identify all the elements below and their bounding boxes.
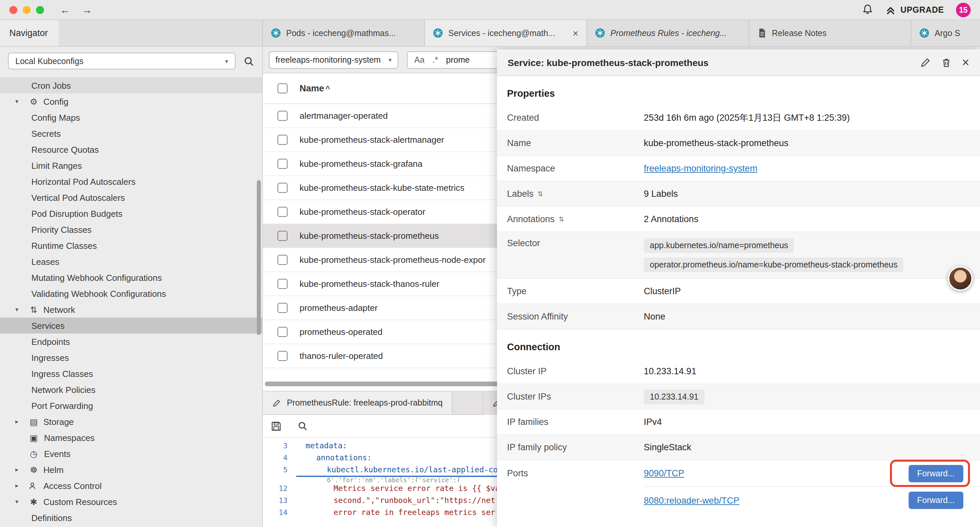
upgrade-button[interactable]: UPGRADE bbox=[885, 4, 944, 15]
sidebar-item-storage[interactable]: ▸▤Storage bbox=[0, 414, 262, 430]
row-checkbox[interactable] bbox=[277, 279, 288, 289]
tab-argo[interactable]: Argo S bbox=[911, 20, 980, 46]
save-button[interactable] bbox=[271, 420, 282, 431]
chevron-right-icon[interactable]: ▸ bbox=[15, 466, 24, 473]
column-header-name[interactable]: Name^ bbox=[299, 83, 330, 93]
regex-toggle[interactable]: .* bbox=[433, 56, 438, 65]
service-name: kube-prometheus-stack-kube-state-metrics bbox=[299, 183, 464, 193]
sidebar-item-network-policies[interactable]: Network Policies bbox=[0, 382, 262, 398]
item-label: Custom Resources bbox=[43, 497, 117, 507]
tab-release-notes[interactable]: Release Notes bbox=[749, 20, 911, 46]
row-checkbox[interactable] bbox=[277, 183, 288, 193]
row-checkbox[interactable] bbox=[277, 255, 288, 265]
tab-pods[interactable]: Pods - icecheng@mathmas... bbox=[263, 20, 425, 46]
namespace-select[interactable]: freeleaps-monitoring-system ▾ bbox=[269, 51, 398, 68]
chevron-down-icon[interactable]: ▾ bbox=[15, 98, 24, 105]
sidebar-item-cron-jobs[interactable]: Cron Jobs bbox=[0, 77, 262, 93]
sidebar-item-mutating-webhook-configurations[interactable]: Mutating Webhook Configurations bbox=[0, 269, 262, 285]
item-label: Priority Classes bbox=[31, 224, 92, 234]
match-case-toggle[interactable]: Aa bbox=[414, 56, 425, 65]
detail-row-ip-families: IP families IPv4 bbox=[497, 409, 980, 435]
chevron-right-icon[interactable]: ▸ bbox=[15, 482, 24, 489]
sidebar-item-events[interactable]: ◷Events bbox=[0, 446, 262, 462]
sidebar-item-priority-classes[interactable]: Priority Classes bbox=[0, 221, 262, 237]
sidebar-item-horizontal-pod-autoscalers[interactable]: Horizontal Pod Autoscalers bbox=[0, 174, 262, 189]
chevron-down-icon[interactable]: ▾ bbox=[15, 306, 24, 313]
select-all-checkbox[interactable] bbox=[277, 83, 288, 93]
forward-button-8080[interactable]: Forward... bbox=[908, 492, 963, 509]
port-link-9090[interactable]: 9090/TCP bbox=[644, 468, 684, 478]
chevron-right-icon[interactable]: ▸ bbox=[15, 418, 24, 425]
notifications-badge[interactable]: 15 bbox=[956, 2, 970, 17]
sidebar-item-validating-webhook-configurations[interactable]: Validating Webhook Configurations bbox=[0, 285, 262, 301]
close-tab-icon[interactable]: × bbox=[573, 28, 578, 38]
sidebar-item-port-forwarding[interactable]: Port Forwarding bbox=[0, 398, 262, 414]
row-checkbox[interactable] bbox=[277, 159, 288, 169]
forward-button[interactable]: → bbox=[82, 4, 92, 15]
notification-bell-icon[interactable] bbox=[862, 4, 873, 15]
sidebar-scrollbar-thumb[interactable] bbox=[257, 180, 261, 335]
line-number: 12 bbox=[263, 484, 296, 493]
row-label: Cluster IPs bbox=[507, 392, 644, 401]
sidebar-item-config[interactable]: ▾⚙Config bbox=[0, 93, 262, 110]
kubeconfig-select[interactable]: Local Kubeconfigs ▾ bbox=[8, 53, 235, 69]
sidebar-item-definitions[interactable]: Definitions bbox=[0, 509, 262, 525]
sidebar-item-resource-quotas[interactable]: Resource Quotas bbox=[0, 142, 262, 158]
namespace-link[interactable]: freeleaps-monitoring-system bbox=[644, 164, 757, 174]
sidebar-item-leases[interactable]: Leases bbox=[0, 253, 262, 269]
row-checkbox[interactable] bbox=[277, 327, 288, 337]
detail-row-ip-family-policy: IP family policy SingleStack bbox=[497, 435, 980, 460]
sidebar-item-network[interactable]: ▾⇅Network bbox=[0, 301, 262, 318]
item-label: Services bbox=[31, 320, 65, 331]
tab-services[interactable]: Services - icecheng@math... × bbox=[425, 20, 587, 46]
port-link-8080[interactable]: 8080:reloader-web/TCP bbox=[644, 495, 740, 505]
annotations-expand-toggle[interactable]: ⇅ bbox=[559, 215, 565, 223]
row-checkbox[interactable] bbox=[277, 111, 288, 121]
sidebar-item-access-control[interactable]: ▸Access Control bbox=[0, 478, 262, 494]
minimize-window-button[interactable] bbox=[23, 6, 31, 14]
item-label: Events bbox=[44, 449, 71, 459]
sidebar-item-pod-disruption-budgets[interactable]: Pod Disruption Budgets bbox=[0, 205, 262, 221]
sidebar-item-services[interactable]: Services bbox=[0, 318, 262, 334]
kubeconfig-select-value: Local Kubeconfigs bbox=[15, 56, 83, 66]
sidebar-item-helm[interactable]: ▸☸Helm bbox=[0, 462, 262, 478]
close-drawer-button[interactable]: × bbox=[962, 56, 969, 69]
tab-prometheus-rules[interactable]: Prometheus Rules - icecheng... bbox=[587, 20, 749, 46]
row-checkbox[interactable] bbox=[277, 135, 288, 145]
chevron-down-icon[interactable]: ▾ bbox=[15, 498, 24, 505]
editor-search-button[interactable] bbox=[298, 421, 307, 431]
kubernetes-icon bbox=[919, 28, 929, 38]
row-checkbox[interactable] bbox=[277, 351, 288, 361]
sidebar-item-namespaces[interactable]: ▣Namespaces bbox=[0, 430, 262, 446]
zoom-window-button[interactable] bbox=[36, 6, 44, 14]
edit-icon bbox=[272, 399, 281, 407]
sidebar-item-vertical-pod-autoscalers[interactable]: Vertical Pod Autoscalers bbox=[0, 189, 262, 205]
upgrade-label: UPGRADE bbox=[900, 5, 944, 14]
item-label: Leases bbox=[31, 256, 59, 266]
sidebar-item-config-maps[interactable]: Config Maps bbox=[0, 110, 262, 126]
row-checkbox[interactable] bbox=[277, 207, 288, 217]
navigator-header: Navigator bbox=[0, 20, 263, 46]
sidebar-item-secrets[interactable]: Secrets bbox=[0, 126, 262, 142]
avatar[interactable] bbox=[948, 266, 973, 291]
forward-button-9090[interactable]: Forward... bbox=[908, 465, 963, 482]
sidebar-item-runtime-classes[interactable]: Runtime Classes bbox=[0, 237, 262, 253]
navigator-tab[interactable]: Navigator bbox=[0, 20, 59, 46]
sidebar-item-endpoints[interactable]: Endpoints bbox=[0, 334, 262, 350]
edit-button[interactable] bbox=[920, 57, 931, 68]
row-checkbox[interactable] bbox=[277, 303, 288, 313]
horizontal-scrollbar-thumb[interactable] bbox=[265, 382, 502, 386]
back-button[interactable]: ← bbox=[60, 4, 70, 15]
port-line-9090: 9090/TCP Forward... bbox=[644, 460, 980, 487]
labels-expand-toggle[interactable]: ⇅ bbox=[538, 190, 543, 197]
sidebar-item-custom-resources[interactable]: ▾✱Custom Resources bbox=[0, 494, 262, 509]
sidebar-item-limit-ranges[interactable]: Limit Ranges bbox=[0, 158, 262, 174]
row-checkbox[interactable] bbox=[277, 231, 288, 241]
dock-tab-prometheusrule[interactable]: PrometheusRule: freeleaps-prod-rabbitmq bbox=[263, 392, 453, 414]
search-icon[interactable] bbox=[243, 56, 254, 66]
item-label: Vertical Pod Autoscalers bbox=[31, 193, 125, 202]
close-window-button[interactable] bbox=[10, 6, 18, 14]
sidebar-item-ingress-classes[interactable]: Ingress Classes bbox=[0, 366, 262, 382]
sidebar-item-ingresses[interactable]: Ingresses bbox=[0, 350, 262, 366]
delete-button[interactable] bbox=[941, 57, 951, 68]
